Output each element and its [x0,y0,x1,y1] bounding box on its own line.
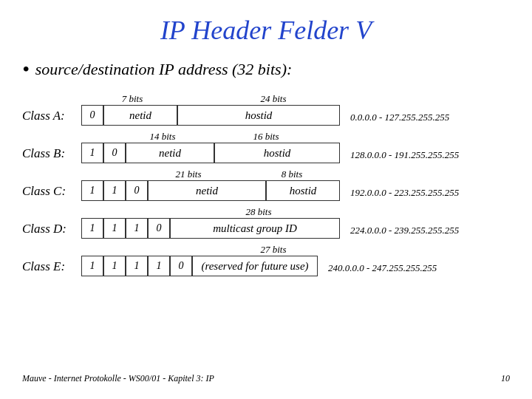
hostid-box: hostid [177,105,340,126]
bullet-text: source/destination IP address (32 bits): [35,60,293,79]
class-label: Class C: [22,184,81,201]
bit-box: 1 [103,256,126,276]
range-label: 240.0.0.0 - 247.255.255.255 [328,262,437,276]
bit-box: 0 [103,143,126,163]
range-label: 192.0.0.0 - 223.255.255.255 [350,187,459,201]
bits-label: 14 bits [129,131,196,143]
page: IP Header Felder V • source/destination … [0,0,532,399]
bits-label: 24 bits [229,93,318,105]
class-diagram: 21 bits8 bits110netidhostid [81,168,340,201]
range-label: 224.0.0.0 - 239.255.255.255 [350,225,459,239]
footer: Mauve - Internet Protokolle - WS00/01 - … [22,369,510,384]
bullet-point: • source/destination IP address (32 bits… [22,59,510,80]
class-label: Class A: [22,109,81,126]
bits-label: 7 bits [106,93,158,105]
class-diagram: 14 bits16 bits10netidhostid [81,131,340,163]
bit-box: 0 [81,105,103,126]
footer-left: Mauve - Internet Protokolle - WS00/01 - … [22,373,214,384]
range-label: 128.0.0.0 - 191.255.255.255 [350,149,459,163]
bullet-icon: • [22,59,30,80]
class-label: Class D: [22,222,81,239]
bit-box: 0 [170,256,192,276]
bit-box: 1 [126,218,148,239]
bit-box: 0 [126,180,148,201]
class-diagram: 27 bits11110(reserved for future use) [81,244,318,276]
bit-box: 0 [148,218,170,239]
hostid-box: hostid [214,143,340,163]
class-label: Class B: [22,146,81,163]
bits-label: 16 bits [236,131,296,143]
range-label: 0.0.0.0 - 127.255.255.255 [350,112,449,126]
class-row: Class B:14 bits16 bits10netidhostid128.0… [22,131,510,163]
netid-box: netid [148,180,266,201]
hostid-box: (reserved for future use) [192,256,318,276]
class-row: Class C:21 bits8 bits110netidhostid192.0… [22,168,510,201]
bits-label: 8 bits [266,168,318,180]
bit-box: 1 [81,218,103,239]
class-diagram: 7 bits24 bits0netidhostid [81,93,340,126]
classes-table: Class A:7 bits24 bits0netidhostid0.0.0.0… [22,93,510,369]
bit-box: 1 [126,256,148,276]
bits-label: 28 bits [177,206,340,218]
class-row: Class E:27 bits11110(reserved for future… [22,244,510,276]
page-title: IP Header Felder V [22,15,510,46]
boxes-row: 1110multicast group ID [81,218,340,239]
hostid-box: multicast group ID [170,218,340,239]
class-diagram: 28 bits1110multicast group ID [81,206,340,239]
boxes-row: 10netidhostid [81,143,340,163]
bits-label: 21 bits [151,168,225,180]
footer-right: 10 [501,373,510,384]
class-row: Class A:7 bits24 bits0netidhostid0.0.0.0… [22,93,510,126]
netid-box: netid [103,105,177,126]
boxes-row: 11110(reserved for future use) [81,256,318,276]
hostid-box: hostid [266,180,340,201]
bit-box: 1 [81,256,103,276]
bits-label: 27 bits [200,244,347,256]
bit-box: 1 [81,180,103,201]
boxes-row: 0netidhostid [81,105,340,126]
bit-box: 1 [103,180,126,201]
class-row: Class D:28 bits1110multicast group ID224… [22,206,510,239]
class-label: Class E: [22,259,81,276]
netid-box: netid [126,143,214,163]
bit-box: 1 [148,256,170,276]
bit-box: 1 [81,143,103,163]
bit-box: 1 [103,218,126,239]
boxes-row: 110netidhostid [81,180,340,201]
